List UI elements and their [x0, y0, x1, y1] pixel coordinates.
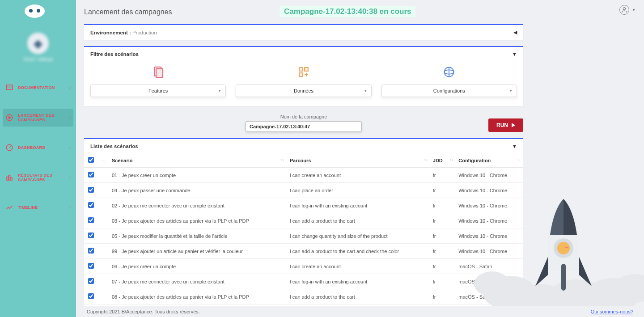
caret-down-icon: ▾	[219, 89, 221, 93]
sort-icon: ↑↓	[281, 158, 284, 162]
nav-lancement-campagnes[interactable]: LANCEMENT DES CAMPAGNES ›	[3, 109, 73, 127]
cell-config: Windows 10 - Chrome	[456, 244, 523, 259]
cell-parcours: I can place an order	[287, 183, 430, 198]
cell-jdd: fr	[430, 183, 456, 198]
cell-config: Windows 10 - Chrome	[456, 198, 523, 213]
svg-rect-8	[11, 178, 12, 180]
cell-config: macOS - Safari	[456, 289, 523, 304]
panel-collapse-down-icon[interactable]: ▼	[512, 51, 517, 57]
org-avatar-icon: ◆	[27, 33, 49, 54]
cell-jdd: fr	[430, 289, 456, 304]
svg-point-26	[554, 238, 573, 258]
app-logo	[0, 0, 76, 19]
row-checkbox[interactable]	[88, 263, 94, 269]
panel-collapse-left-icon[interactable]: ◀	[513, 30, 517, 35]
campaign-name-input[interactable]	[246, 121, 362, 132]
bar-chart-icon	[5, 173, 13, 182]
cell-scenario: 02 - Je peux me connecter avec un compte…	[109, 198, 287, 213]
footer-about-link[interactable]: Qui sommes-nous?	[591, 309, 633, 314]
col-scenario[interactable]: Scénario↑↓	[109, 153, 287, 168]
row-checkbox[interactable]	[88, 202, 94, 208]
features-icon	[150, 64, 166, 80]
data-select-label: Données	[294, 88, 314, 93]
nav-dashboard[interactable]: DASHBOARD ›	[3, 139, 73, 156]
org-name: TEST ORGA	[23, 57, 53, 62]
cell-parcours: I can log-in with an existing account	[287, 198, 430, 213]
svg-point-27	[557, 242, 570, 254]
cell-jdd: fr	[430, 259, 456, 274]
svg-rect-11	[156, 69, 163, 78]
table-row: 01 - Je peux créer un compteI can create…	[84, 168, 523, 183]
table-row: 08 - Je peux ajouter des articles au pan…	[84, 289, 523, 304]
nav-documentation[interactable]: DOCUMENTATION ›	[3, 79, 73, 96]
row-checkbox[interactable]	[88, 293, 94, 299]
cell-scenario: 05 - Je peux modifier la quantité et la …	[109, 228, 287, 244]
cell-config: Windows 10 - Chrome	[456, 183, 523, 198]
row-checkbox[interactable]	[88, 278, 94, 284]
cell-parcours: I can add a product to the cart	[287, 289, 430, 304]
features-select-label: Features	[148, 88, 168, 93]
nav-timeline[interactable]: TIMELINE ›	[3, 199, 73, 216]
features-select[interactable]: Features ▾	[90, 85, 226, 97]
chevron-right-icon: ›	[69, 85, 71, 90]
cell-parcours: I can create an account	[287, 259, 430, 274]
topbar: ▾	[610, 0, 644, 20]
play-icon	[512, 123, 515, 127]
select-all-checkbox[interactable]	[88, 157, 94, 163]
nav-label: TIMELINE	[18, 205, 38, 210]
svg-rect-13	[305, 68, 308, 71]
svg-point-24	[613, 274, 644, 303]
environment-value: Production	[132, 30, 157, 35]
run-button[interactable]: RUN	[488, 118, 523, 132]
table-row: 05 - Je peux modifier la quantité et la …	[84, 228, 523, 244]
panel-collapse-down-icon[interactable]: ▼	[512, 144, 517, 149]
config-select-label: Configurations	[433, 88, 465, 93]
campaign-name-row: Nom de la campagne RUN	[84, 112, 523, 138]
chevron-down-icon[interactable]: ▾	[633, 8, 635, 12]
row-checkbox[interactable]	[88, 187, 94, 193]
col-sort[interactable]: ↑↓	[97, 153, 109, 168]
cell-jdd: fr	[430, 228, 456, 244]
campaign-status-badge: Campagne-17.02-13:40:38 en cours	[280, 6, 415, 17]
col-jdd[interactable]: JDD↑↓	[430, 153, 456, 168]
col-config[interactable]: Configuration↑↓	[456, 153, 523, 168]
cell-parcours: I can change quantity and size of the pr…	[287, 228, 430, 244]
campaign-name-label: Nom de la campagne	[280, 114, 327, 119]
row-checkbox[interactable]	[88, 248, 94, 254]
nav-resultats-campagnes[interactable]: RÉSULTATS DES CAMPAGNES ›	[3, 169, 73, 186]
table-row: 99 - Je peux ajouter un article au panie…	[84, 244, 523, 259]
table-row: 03 - Je peux ajouter des articles au pan…	[84, 213, 523, 228]
config-select[interactable]: Configurations ▾	[381, 85, 517, 97]
cell-scenario: 08 - Je peux ajouter des articles au pan…	[109, 289, 287, 304]
table-row: 07 - Je peux me connecter avec un compte…	[84, 274, 523, 289]
col-parcours[interactable]: Parcours↑↓	[287, 153, 430, 168]
cell-parcours: I can create an account	[287, 168, 430, 183]
sort-icon: ↑↓	[449, 158, 453, 162]
cell-jdd: fr	[430, 168, 456, 183]
svg-marker-3	[9, 116, 11, 119]
environment-label: Environnement :	[90, 30, 131, 35]
row-checkbox[interactable]	[88, 232, 94, 238]
row-checkbox[interactable]	[88, 172, 94, 178]
table-row: 06 - Je peux créer un compteI can create…	[84, 259, 523, 274]
gauge-icon	[5, 144, 13, 152]
row-checkbox[interactable]	[88, 217, 94, 223]
chevron-right-icon: ›	[69, 115, 71, 120]
caret-down-icon: ▾	[510, 89, 512, 93]
cell-config: macOS - Safari	[456, 259, 523, 274]
cell-scenario: 07 - Je peux me connecter avec un compte…	[109, 274, 287, 289]
svg-rect-28	[561, 264, 566, 291]
chevron-right-icon: ›	[69, 205, 71, 210]
footer-copyright: Copyright 2021 B/Acceptance. Tous droits…	[87, 309, 200, 314]
sidebar-org-block: ◆ TEST ORGA	[0, 19, 76, 71]
data-select[interactable]: Données ▾	[236, 85, 371, 97]
nav-label: RÉSULTATS DES CAMPAGNES	[18, 173, 65, 182]
sidebar: ◆ TEST ORGA DOCUMENTATION › LANCEMENT DE…	[0, 0, 76, 317]
chevron-right-icon: ›	[69, 175, 71, 180]
user-avatar-icon[interactable]	[619, 5, 629, 15]
svg-rect-12	[299, 68, 303, 71]
footer: Copyright 2021 B/Acceptance. Tous droits…	[76, 306, 644, 317]
table-row: 02 - Je peux me connecter avec un compte…	[84, 198, 523, 213]
cell-config: macOS - Safari	[456, 274, 523, 289]
cell-jdd: fr	[430, 213, 456, 228]
